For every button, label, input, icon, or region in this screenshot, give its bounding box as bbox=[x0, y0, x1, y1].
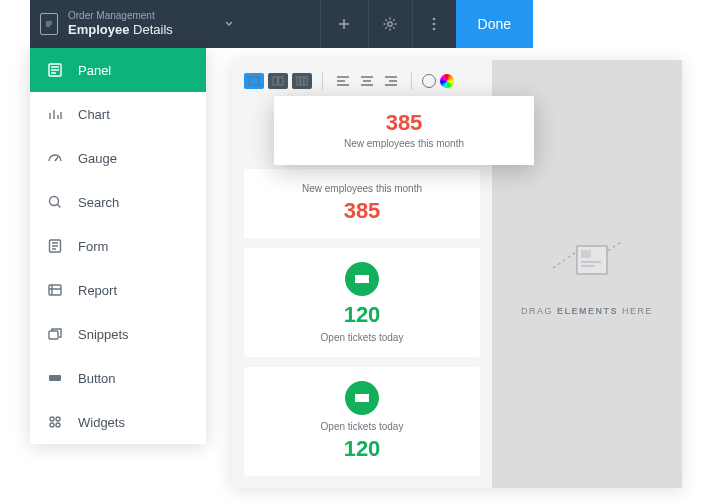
svg-point-5 bbox=[50, 197, 59, 206]
svg-rect-21 bbox=[581, 250, 591, 258]
svg-point-1 bbox=[433, 18, 436, 21]
svg-rect-14 bbox=[249, 77, 259, 85]
svg-rect-8 bbox=[49, 331, 58, 339]
canvas: 385 New employees this month New employe… bbox=[232, 60, 682, 488]
ticket-icon bbox=[345, 381, 379, 415]
sidebar-item-label: Widgets bbox=[78, 415, 125, 430]
card-label: Open tickets today bbox=[321, 421, 404, 432]
add-page-button[interactable] bbox=[320, 0, 368, 48]
svg-point-11 bbox=[56, 417, 60, 421]
card-value: 120 bbox=[344, 436, 381, 462]
align-right-button[interactable] bbox=[381, 73, 401, 89]
topbar-left: Order Management Employee Details bbox=[30, 10, 320, 38]
align-left-button[interactable] bbox=[333, 73, 353, 89]
sidebar-item-form[interactable]: Form bbox=[30, 224, 206, 268]
svg-point-3 bbox=[433, 28, 436, 31]
toolbar-separator bbox=[411, 72, 412, 90]
sidebar-item-label: Gauge bbox=[78, 151, 117, 166]
svg-rect-17 bbox=[297, 77, 300, 85]
search-icon bbox=[46, 193, 64, 211]
sidebar-item-label: Panel bbox=[78, 63, 111, 78]
color-outline-button[interactable] bbox=[422, 74, 436, 88]
panel-icon bbox=[46, 61, 64, 79]
card-label: New employees this month bbox=[302, 183, 422, 194]
drop-zone-text: DRAG ELEMENTS HERE bbox=[521, 306, 653, 316]
svg-rect-16 bbox=[279, 77, 284, 85]
layout-column-1-button[interactable] bbox=[244, 73, 264, 89]
popover-value: 385 bbox=[284, 110, 524, 136]
sidebar-item-widgets[interactable]: Widgets bbox=[30, 400, 206, 444]
breadcrumb-main: Employee Details bbox=[68, 22, 173, 38]
svg-rect-18 bbox=[301, 77, 304, 85]
chevron-down-icon[interactable] bbox=[223, 15, 235, 33]
breadcrumb-top: Order Management bbox=[68, 10, 173, 22]
sidebar-item-label: Form bbox=[78, 239, 108, 254]
svg-rect-15 bbox=[273, 77, 278, 85]
align-center-button[interactable] bbox=[357, 73, 377, 89]
svg-point-10 bbox=[50, 417, 54, 421]
report-icon bbox=[46, 281, 64, 299]
done-button[interactable]: Done bbox=[456, 0, 533, 48]
sidebar-item-label: Chart bbox=[78, 107, 110, 122]
gauge-icon bbox=[46, 149, 64, 167]
layout-column-3-button[interactable] bbox=[292, 73, 312, 89]
svg-rect-9 bbox=[49, 375, 61, 381]
stat-card-tickets-alt[interactable]: Open tickets today 120 bbox=[244, 367, 480, 476]
svg-point-12 bbox=[50, 423, 54, 427]
widgets-icon bbox=[46, 413, 64, 431]
sidebar-item-label: Search bbox=[78, 195, 119, 210]
toolbar-separator bbox=[322, 72, 323, 90]
card-value: 385 bbox=[344, 198, 381, 224]
breadcrumb[interactable]: Order Management Employee Details bbox=[68, 10, 173, 38]
settings-button[interactable] bbox=[368, 0, 412, 48]
layout-column-2-button[interactable] bbox=[268, 73, 288, 89]
topbar-right: Done bbox=[368, 0, 533, 48]
color-wheel-button[interactable] bbox=[440, 74, 454, 88]
page-icon bbox=[40, 13, 58, 35]
drop-zone-illustration-icon bbox=[547, 232, 627, 288]
stat-popover[interactable]: 385 New employees this month bbox=[274, 96, 534, 165]
form-icon bbox=[46, 237, 64, 255]
svg-rect-19 bbox=[304, 77, 307, 85]
button-icon bbox=[46, 369, 64, 387]
sidebar-item-search[interactable]: Search bbox=[30, 180, 206, 224]
snippets-icon bbox=[46, 325, 64, 343]
sidebar-item-snippets[interactable]: Snippets bbox=[30, 312, 206, 356]
card-label: Open tickets today bbox=[321, 332, 404, 343]
panel-toolbar bbox=[244, 70, 480, 94]
popover-label: New employees this month bbox=[284, 138, 524, 149]
sidebar-item-panel[interactable]: Panel bbox=[30, 48, 206, 92]
sidebar-item-report[interactable]: Report bbox=[30, 268, 206, 312]
svg-rect-7 bbox=[49, 285, 61, 295]
stat-card-tickets[interactable]: 120 Open tickets today bbox=[244, 248, 480, 357]
stat-card-employees[interactable]: New employees this month 385 bbox=[244, 169, 480, 238]
svg-point-0 bbox=[388, 22, 392, 26]
ticket-icon bbox=[345, 262, 379, 296]
canvas-column: 385 New employees this month New employe… bbox=[232, 60, 492, 488]
sidebar-item-label: Report bbox=[78, 283, 117, 298]
sidebar-item-label: Snippets bbox=[78, 327, 129, 342]
chart-icon bbox=[46, 105, 64, 123]
sidebar-item-chart[interactable]: Chart bbox=[30, 92, 206, 136]
svg-point-2 bbox=[433, 23, 436, 26]
more-button[interactable] bbox=[412, 0, 456, 48]
card-value: 120 bbox=[344, 302, 381, 328]
sidebar-item-button[interactable]: Button bbox=[30, 356, 206, 400]
sidebar-item-label: Button bbox=[78, 371, 116, 386]
component-sidebar: Panel Chart Gauge Search Form Report Sni… bbox=[30, 48, 206, 444]
topbar: Order Management Employee Details Done bbox=[30, 0, 533, 48]
sidebar-item-gauge[interactable]: Gauge bbox=[30, 136, 206, 180]
svg-point-13 bbox=[56, 423, 60, 427]
